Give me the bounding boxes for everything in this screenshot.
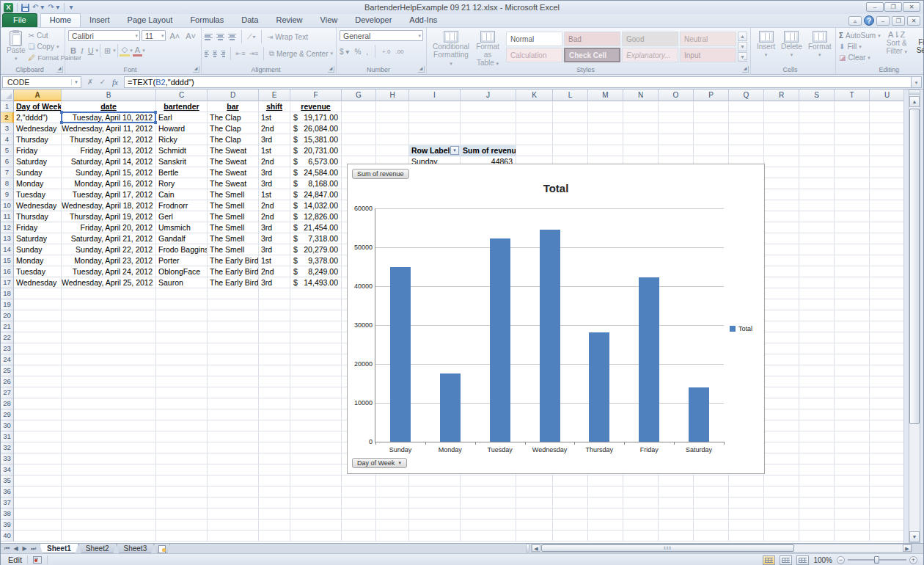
cell-style-check-cell[interactable]: Check Cell <box>564 48 620 62</box>
ribbon-tab-data[interactable]: Data <box>232 14 267 27</box>
date-cell[interactable]: Friday, April 20, 2012 <box>62 222 155 233</box>
row-header-24[interactable]: 24 <box>1 354 14 365</box>
select-all-corner[interactable] <box>1 90 14 101</box>
revenue-cell[interactable]: $19,171.00 <box>290 112 341 123</box>
revenue-cell[interactable]: $14,493.00 <box>290 277 341 288</box>
cell-style-neutral[interactable]: Neutral <box>680 32 736 46</box>
shift-cell[interactable]: 1st <box>259 255 290 266</box>
column-header-P[interactable]: P <box>694 90 729 101</box>
row-header-11[interactable]: 11 <box>1 211 14 222</box>
row-header-10[interactable]: 10 <box>1 200 14 211</box>
shift-cell[interactable]: 1st <box>259 112 290 123</box>
date-cell[interactable]: Wednesday, April 25, 2012 <box>62 277 155 288</box>
bartender-cell[interactable]: Umsmich <box>156 222 207 233</box>
bar-cell[interactable]: The Sweat <box>208 178 258 189</box>
bar-sunday[interactable] <box>390 267 411 442</box>
column-header-J[interactable]: J <box>461 90 516 101</box>
day-cell[interactable]: Sunday <box>14 167 61 178</box>
bartender-cell[interactable]: Ricky <box>156 134 207 145</box>
dialog-launcher-icon[interactable]: ◢ <box>56 66 63 73</box>
column-header-D[interactable]: D <box>208 90 259 101</box>
revenue-cell[interactable]: $8,168.00 <box>290 178 341 189</box>
ribbon-tab-review[interactable]: Review <box>267 14 311 27</box>
day-cell[interactable]: Thursday <box>14 211 61 222</box>
ribbon-tab-formulas[interactable]: Formulas <box>181 14 232 27</box>
shift-cell[interactable]: 2nd <box>259 211 290 222</box>
header-cell-revenue[interactable]: revenue <box>290 101 341 112</box>
vertical-scrollbar[interactable]: ▲ ▼ <box>909 90 920 543</box>
bar-cell[interactable]: The Early Bird <box>208 266 258 277</box>
scroll-down-icon[interactable]: ▼ <box>909 531 920 542</box>
record-macro-icon[interactable] <box>33 556 42 564</box>
scroll-up-icon[interactable]: ▲ <box>909 96 920 107</box>
sheet-tab-sheet1[interactable]: Sheet1 <box>40 544 78 553</box>
column-header-U[interactable]: U <box>870 90 905 101</box>
page-layout-view-icon[interactable] <box>780 555 792 565</box>
pivot-filter-dropdown-icon[interactable]: ▼ <box>450 146 459 155</box>
merge-center-button[interactable]: ⧉Merge & Center▾ <box>269 48 333 59</box>
name-box[interactable]: CODE ▾ <box>2 76 81 88</box>
bar-tuesday[interactable] <box>490 238 510 442</box>
normal-view-icon[interactable] <box>763 555 775 565</box>
insert-cells-button[interactable]: Insert▾ <box>754 30 778 59</box>
sheet-tab-sheet3[interactable]: Sheet3 <box>117 544 155 553</box>
pivot-chart[interactable]: Sum of revenue Total 0100002000030000400… <box>347 164 765 474</box>
column-header-L[interactable]: L <box>553 90 588 101</box>
align-bottom-icon[interactable] <box>228 34 236 40</box>
date-cell[interactable]: Wednesday, April 18, 2012 <box>62 200 155 211</box>
underline-button[interactable]: U <box>86 46 96 55</box>
day-cell[interactable]: Saturday <box>14 156 61 167</box>
date-cell[interactable]: Sunday, April 22, 2012 <box>62 244 155 255</box>
row-header-1[interactable]: 1 <box>1 101 14 112</box>
close-button[interactable]: ✕ <box>903 2 920 12</box>
delete-cells-button[interactable]: Delete▾ <box>778 30 805 59</box>
ribbon-tab-view[interactable]: View <box>312 14 347 27</box>
bartender-cell[interactable]: Cain <box>156 189 207 200</box>
dialog-launcher-icon[interactable]: ◢ <box>193 66 199 73</box>
ribbon-tab-page-layout[interactable]: Page Layout <box>119 14 182 27</box>
first-sheet-icon[interactable]: ⏮ <box>3 545 11 553</box>
date-cell[interactable]: Thursday, April 12, 2012 <box>62 134 155 145</box>
date-cell[interactable]: Wednesday, April 11, 2012 <box>62 123 155 134</box>
bar-cell[interactable]: The Clap <box>208 112 258 123</box>
format-as-table-button[interactable]: Formatas Table ▾ <box>472 30 503 68</box>
row-header-39[interactable]: 39 <box>1 520 14 531</box>
insert-worksheet-tab[interactable] <box>154 544 170 553</box>
conditional-formatting-button[interactable]: ConditionalFormatting ▾ <box>430 30 472 68</box>
bartender-cell[interactable]: Sauron <box>156 277 207 288</box>
row-header-7[interactable]: 7 <box>1 167 14 178</box>
shift-cell[interactable]: 2nd <box>259 123 290 134</box>
header-cell-bartender[interactable]: bartender <box>156 101 207 112</box>
gallery-up-icon[interactable]: ▲ <box>738 32 747 41</box>
align-left-icon[interactable] <box>205 51 209 57</box>
row-header-3[interactable]: 3 <box>1 123 14 134</box>
row-header-16[interactable]: 16 <box>1 266 14 277</box>
sort-filter-button[interactable]: A⇂Z Sort &Filter ▾ <box>881 30 913 63</box>
bartender-cell[interactable]: Schmidt <box>156 145 207 156</box>
clear-button[interactable]: ◪Clear▾ <box>839 52 881 63</box>
shift-cell[interactable]: 3rd <box>259 167 290 178</box>
row-header-37[interactable]: 37 <box>1 497 14 508</box>
font-size-combo[interactable]: 11▾ <box>142 30 166 41</box>
day-cell[interactable]: Tuesday <box>14 189 61 200</box>
workbook-minimize-button[interactable]: – <box>876 16 890 26</box>
bartender-cell[interactable]: OblongFace <box>156 266 207 277</box>
bartender-cell[interactable]: Gandalf <box>156 233 207 244</box>
revenue-cell[interactable]: $12,826.00 <box>290 211 341 222</box>
bar-friday[interactable] <box>639 277 659 442</box>
column-header-O[interactable]: O <box>659 90 694 101</box>
fill-button[interactable]: ⬇Fill▾ <box>839 41 881 52</box>
dialog-launcher-icon[interactable]: ◢ <box>328 66 334 73</box>
day-cell[interactable]: Saturday <box>14 233 61 244</box>
cell-style-bad[interactable]: Bad <box>564 32 620 46</box>
chart-legend[interactable]: Total <box>730 325 752 332</box>
orientation-icon[interactable]: ⟋▾ <box>247 32 256 41</box>
scroll-right-icon[interactable]: ▶ <box>903 544 912 552</box>
row-header-18[interactable]: 18 <box>1 288 14 299</box>
wrap-text-button[interactable]: ⇥Wrap Text <box>267 32 308 43</box>
revenue-cell[interactable]: $15,381.00 <box>290 134 341 145</box>
revenue-cell[interactable]: $24,847.00 <box>290 189 341 200</box>
name-box-dropdown-icon[interactable]: ▾ <box>71 79 81 85</box>
shift-cell[interactable]: 1st <box>259 189 290 200</box>
number-format-combo[interactable]: General▾ <box>340 30 423 41</box>
